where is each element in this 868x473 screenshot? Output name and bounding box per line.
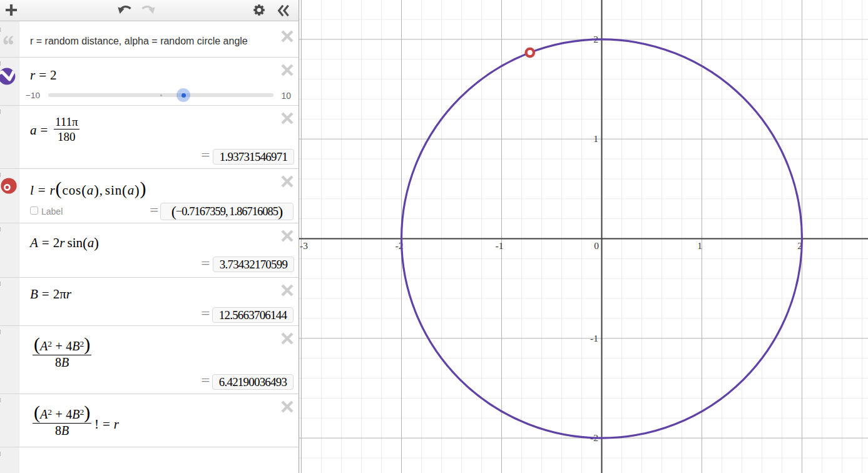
svg-text:-1: -1 (590, 333, 598, 343)
svg-text:1: 1 (593, 133, 598, 144)
svg-text:0: 0 (594, 240, 599, 251)
svg-text:-1: -1 (496, 240, 504, 251)
svg-text:1: 1 (697, 240, 702, 251)
